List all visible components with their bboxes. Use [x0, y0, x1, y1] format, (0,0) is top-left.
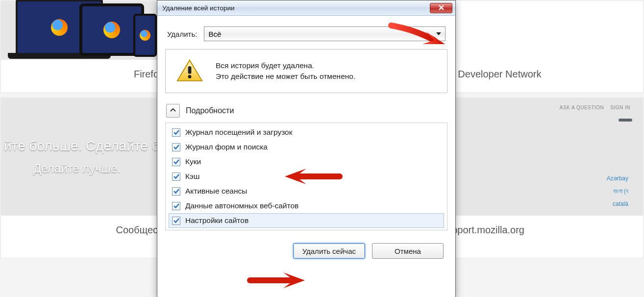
clear-history-dialog: Удаление всей истории Удалить: Всё	[157, 0, 456, 297]
time-range-select[interactable]: Всё	[204, 26, 446, 41]
check-item-cookies[interactable]: Куки	[169, 154, 444, 169]
check-label: Активные сеансы	[185, 187, 247, 196]
svg-point-2	[188, 75, 192, 78]
check-label: Журнал форм и поиска	[185, 143, 268, 151]
checkbox-icon[interactable]	[172, 217, 180, 225]
check-item-sessions[interactable]: Активные сеансы	[169, 184, 444, 198]
close-icon	[439, 4, 444, 12]
check-label: Журнал посещений и загрузок	[185, 128, 293, 137]
firefox-icon	[103, 22, 120, 38]
support-top-link[interactable]: ASK A QUESTION	[560, 105, 604, 110]
checkbox-icon[interactable]	[172, 143, 180, 151]
warning-line: Вся история будет удалена.	[216, 61, 355, 70]
svg-rect-1	[188, 66, 192, 74]
support-top-link[interactable]: SIGN IN	[610, 105, 630, 110]
checkbox-icon[interactable]	[172, 158, 180, 166]
dialog-titlebar[interactable]: Удаление всей истории	[157, 0, 455, 16]
check-label: Данные автономных веб-сайтов	[185, 201, 298, 210]
details-list: Журнал посещений и загрузок Журнал форм …	[165, 123, 447, 230]
check-label: Настройки сайтов	[185, 216, 248, 225]
check-item-sitesettings[interactable]: Настройки сайтов	[169, 213, 444, 228]
lang-link[interactable]: Azərbay	[513, 172, 630, 185]
button-label: Отмена	[395, 247, 421, 255]
chevron-up-icon	[170, 106, 176, 115]
support-pill[interactable]	[619, 119, 632, 122]
check-item-cache[interactable]: Кэш	[169, 169, 444, 184]
firefox-icon	[140, 30, 150, 41]
delete-label: Удалить:	[167, 30, 197, 38]
close-button[interactable]	[430, 3, 452, 13]
checkbox-icon[interactable]	[172, 187, 180, 196]
warning-box: Вся история будет удалена. Это действие …	[165, 49, 447, 93]
check-item-offline[interactable]: Данные автономных веб-сайтов	[169, 198, 444, 213]
check-item-forms[interactable]: Журнал форм и поиска	[169, 140, 444, 154]
check-item-history[interactable]: Журнал посещений и загрузок	[169, 125, 444, 140]
checkbox-icon[interactable]	[172, 173, 180, 181]
dialog-title: Удаление всей истории	[162, 4, 430, 12]
checkbox-icon[interactable]	[172, 202, 180, 210]
check-label: Куки	[185, 157, 201, 166]
checkbox-icon[interactable]	[172, 128, 180, 137]
details-toggle[interactable]	[166, 104, 180, 118]
warning-line: Это действие не может быть отменено.	[216, 72, 355, 81]
hero-line: Делайте лучше.	[33, 162, 121, 175]
firefox-icon	[51, 19, 68, 36]
warning-icon	[176, 59, 203, 83]
select-value: Всё	[208, 30, 221, 38]
cancel-button[interactable]: Отмена	[372, 243, 444, 259]
clear-now-button[interactable]: Удалить сейчас	[293, 243, 365, 259]
lang-link[interactable]: বাংলা (ব	[513, 185, 630, 198]
chevron-down-icon	[436, 32, 441, 35]
button-label: Удалить сейчас	[302, 247, 356, 255]
details-label: Подробности	[186, 106, 234, 115]
lang-link[interactable]: català	[513, 198, 630, 210]
check-label: Кэш	[185, 172, 199, 181]
